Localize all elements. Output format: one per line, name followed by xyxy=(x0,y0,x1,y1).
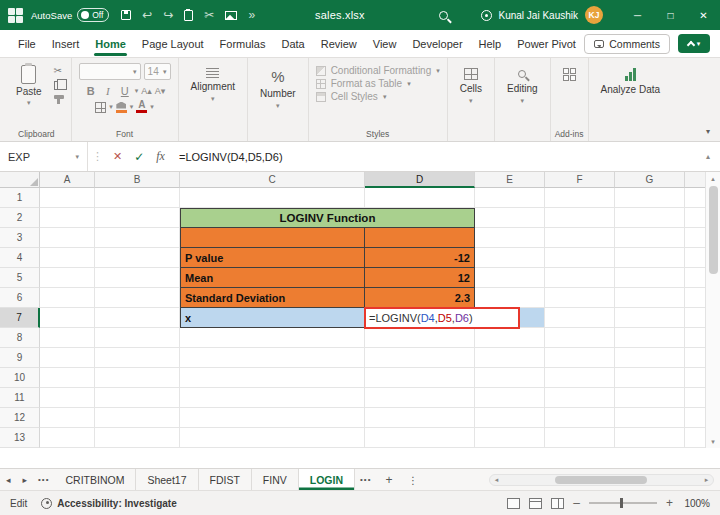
column-header-b[interactable]: B xyxy=(95,172,180,188)
font-size-combobox[interactable]: 14 xyxy=(144,63,171,80)
menu-tab-insert[interactable]: Insert xyxy=(44,32,88,56)
chevron-down-icon[interactable] xyxy=(135,87,139,95)
accessibility-checker[interactable]: Accessibility: Investigate xyxy=(41,498,177,509)
share-button[interactable]: ▾ xyxy=(678,34,710,53)
empty-cells[interactable] xyxy=(40,388,720,408)
italic-button[interactable]: I xyxy=(101,83,115,98)
menu-tab-review[interactable]: Review xyxy=(313,32,365,56)
cell-mean-label[interactable]: Mean xyxy=(180,268,365,288)
sheet-tab-critbinom[interactable]: CRITBINOM xyxy=(54,469,136,490)
empty-cells[interactable] xyxy=(475,248,720,268)
empty-cells[interactable] xyxy=(475,208,720,228)
menu-tab-view[interactable]: View xyxy=(365,32,405,56)
column-header-a[interactable]: A xyxy=(40,172,95,188)
undo-icon[interactable] xyxy=(142,9,152,21)
clipboard-icon[interactable] xyxy=(184,10,193,21)
row-header-11[interactable]: 11 xyxy=(0,388,40,408)
row-header-13[interactable]: 13 xyxy=(0,428,40,448)
sheet-tab-login-active[interactable]: LOGIN xyxy=(299,469,355,490)
redo-icon[interactable] xyxy=(163,9,173,21)
new-sheet-icon[interactable] xyxy=(376,473,401,487)
underline-button[interactable]: U xyxy=(118,83,132,98)
column-header-g[interactable]: G xyxy=(615,172,685,188)
column-header-c[interactable]: C xyxy=(180,172,365,188)
increase-font-icon[interactable]: A▴ xyxy=(141,86,152,96)
hscroll-left-icon[interactable] xyxy=(490,476,503,484)
expand-formula-bar-icon[interactable] xyxy=(706,152,710,161)
addins-button[interactable] xyxy=(558,63,581,81)
alignment-button[interactable]: Alignment xyxy=(186,63,240,103)
cells-button[interactable]: Cells xyxy=(455,63,487,105)
cell-styles-button[interactable]: Cell Styles xyxy=(316,91,387,102)
menu-tab-formulas[interactable]: Formulas xyxy=(212,32,274,56)
insert-function-icon[interactable]: fx xyxy=(150,149,171,164)
empty-cells[interactable] xyxy=(475,228,720,248)
chevron-down-icon[interactable] xyxy=(130,103,134,111)
vertical-scrollbar[interactable] xyxy=(705,172,720,448)
select-all-corner[interactable] xyxy=(0,172,40,188)
paste-button[interactable]: Paste xyxy=(9,63,49,109)
save-icon[interactable] xyxy=(121,10,131,20)
autosave-toggle[interactable]: AutoSave Off xyxy=(31,8,109,22)
cut-icon[interactable] xyxy=(204,9,214,21)
empty-cells[interactable] xyxy=(40,188,720,208)
zoom-in-icon[interactable] xyxy=(666,497,673,509)
minimize-button[interactable] xyxy=(621,0,654,30)
row-header-3[interactable]: 3 xyxy=(0,228,40,248)
zoom-slider-thumb[interactable] xyxy=(620,498,623,508)
cell-d3[interactable] xyxy=(365,228,475,248)
decrease-font-icon[interactable]: A▾ xyxy=(155,86,166,96)
cut-icon[interactable] xyxy=(54,66,64,76)
row-header-4[interactable]: 4 xyxy=(0,248,40,268)
scroll-down-icon[interactable] xyxy=(706,435,720,448)
empty-cells[interactable] xyxy=(40,288,180,308)
menu-tab-data[interactable]: Data xyxy=(273,32,312,56)
search-icon[interactable] xyxy=(439,11,448,20)
borders-icon[interactable] xyxy=(95,102,106,113)
row-header-8[interactable]: 8 xyxy=(0,328,40,348)
cell-c3[interactable] xyxy=(180,228,365,248)
cell-mean-value[interactable]: 12 xyxy=(365,268,475,288)
row-header-7-selected[interactable]: 7 xyxy=(0,308,40,328)
cell-stddev-value[interactable]: 2.3 xyxy=(365,288,475,308)
empty-cells[interactable] xyxy=(40,328,720,348)
scroll-up-icon[interactable] xyxy=(706,172,720,185)
cell-d7-active[interactable]: =LOGINV(D4,D5,D6) xyxy=(365,308,475,328)
menu-tab-developer[interactable]: Developer xyxy=(404,32,470,56)
analyze-data-button[interactable]: Analyze Data xyxy=(596,63,665,95)
close-button[interactable] xyxy=(687,0,720,30)
empty-cells[interactable] xyxy=(545,308,720,328)
empty-cells[interactable] xyxy=(40,268,180,288)
tab-overflow-right-icon[interactable] xyxy=(355,475,376,484)
notifications-icon[interactable] xyxy=(481,10,492,21)
row-header-10[interactable]: 10 xyxy=(0,368,40,388)
empty-cells[interactable] xyxy=(475,268,720,288)
menu-tab-file[interactable]: File xyxy=(10,32,44,56)
sheet-tab-sheet17[interactable]: Sheet17 xyxy=(136,469,198,490)
zoom-slider[interactable] xyxy=(589,502,657,504)
editing-button[interactable]: Editing xyxy=(502,63,543,105)
tab-options-icon[interactable] xyxy=(401,474,424,486)
chevron-down-icon[interactable] xyxy=(109,103,113,111)
menu-tab-help[interactable]: Help xyxy=(471,32,510,56)
picture-icon[interactable] xyxy=(225,11,237,20)
empty-cells[interactable] xyxy=(40,368,720,388)
cell-title-merged[interactable]: LOGINV Function xyxy=(180,208,475,228)
font-name-combobox[interactable] xyxy=(79,63,141,80)
cell-p-value-label[interactable]: P value xyxy=(180,248,365,268)
menu-tab-power-pivot[interactable]: Power Pivot xyxy=(509,32,584,56)
chevron-down-icon[interactable] xyxy=(150,103,154,111)
empty-cells[interactable] xyxy=(40,428,720,448)
empty-cells[interactable] xyxy=(40,248,180,268)
formula-input[interactable]: =LOGINV(D4,D5,D6) xyxy=(179,151,283,163)
vertical-scroll-thumb[interactable] xyxy=(709,186,718,274)
horizontal-scrollbar[interactable] xyxy=(489,474,714,486)
column-header-f[interactable]: F xyxy=(545,172,615,188)
page-break-view-icon[interactable] xyxy=(551,498,564,509)
row-header-12[interactable]: 12 xyxy=(0,408,40,428)
sheet-tab-finv[interactable]: FINV xyxy=(252,469,299,490)
cell-x-label[interactable]: x xyxy=(180,308,365,328)
conditional-formatting-button[interactable]: Conditional Formatting xyxy=(316,65,440,76)
hscroll-right-icon[interactable] xyxy=(700,476,713,484)
menu-tab-home[interactable]: Home xyxy=(87,32,134,56)
